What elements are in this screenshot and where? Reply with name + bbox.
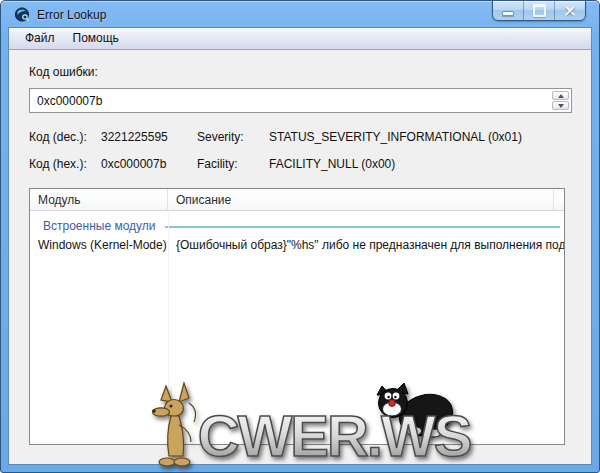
menu-file[interactable]: Файл xyxy=(16,28,64,49)
hex-value: 0xc000007b xyxy=(101,157,197,171)
error-code-field-wrap xyxy=(29,88,572,113)
close-button[interactable] xyxy=(554,1,585,20)
close-icon xyxy=(565,6,575,16)
arrow-up-icon xyxy=(558,94,564,98)
menu-help[interactable]: Помощь xyxy=(64,28,128,49)
hex-label: Код (hex.): xyxy=(29,157,101,171)
severity-value: STATUS_SEVERITY_INFORMATIONAL (0x01) xyxy=(269,130,591,144)
facility-label: Facility: xyxy=(197,157,269,171)
app-window: Error Lookup Файл Помощь Код ошибки: Код… xyxy=(0,0,600,473)
group-label: Встроенные модули xyxy=(43,219,156,233)
app-icon xyxy=(14,6,30,22)
modules-listview: Модуль Описание Встроенные модули Window… xyxy=(29,188,565,445)
column-header-module[interactable]: Модуль xyxy=(30,189,168,210)
group-header-line xyxy=(165,226,560,228)
listview-header: Модуль Описание xyxy=(30,189,564,211)
table-row[interactable]: Windows (Kernel-Mode) {Ошибочный образ}"… xyxy=(30,238,564,252)
spin-up-button[interactable] xyxy=(552,91,569,100)
facility-value: FACILITY_NULL (0x00) xyxy=(269,157,591,171)
minimize-icon xyxy=(502,11,514,16)
spinner xyxy=(552,91,569,110)
module-cell: Windows (Kernel-Mode) xyxy=(30,238,168,252)
window-controls xyxy=(492,0,586,21)
column-header-filler xyxy=(554,189,564,210)
listview-group-header[interactable]: Встроенные модули xyxy=(30,219,564,233)
screen: { "window": { "title": "Error Lookup", "… xyxy=(0,0,600,473)
dec-label: Код (dec.): xyxy=(29,130,101,144)
maximize-button[interactable] xyxy=(523,1,554,20)
client-area: Файл Помощь Код ошибки: Код (dec.): 3221… xyxy=(9,28,591,464)
error-code-input[interactable] xyxy=(30,89,556,112)
menu-bar: Файл Помощь xyxy=(9,28,591,50)
dec-value: 3221225595 xyxy=(101,130,197,144)
minimize-button[interactable] xyxy=(493,1,523,20)
window-title: Error Lookup xyxy=(37,8,106,22)
error-code-label: Код ошибки: xyxy=(29,65,591,79)
maximize-icon xyxy=(533,4,546,17)
arrow-down-icon xyxy=(558,104,564,108)
description-cell: {Ошибочный образ}"%hs" либо не предназна… xyxy=(168,238,564,252)
spin-down-button[interactable] xyxy=(552,101,569,110)
code-details: Код (dec.): 3221225595 Severity: STATUS_… xyxy=(29,130,591,171)
titlebar[interactable]: Error Lookup xyxy=(1,1,599,28)
severity-label: Severity: xyxy=(197,130,269,144)
column-header-description[interactable]: Описание xyxy=(168,189,554,210)
column-separator-line xyxy=(168,211,169,444)
